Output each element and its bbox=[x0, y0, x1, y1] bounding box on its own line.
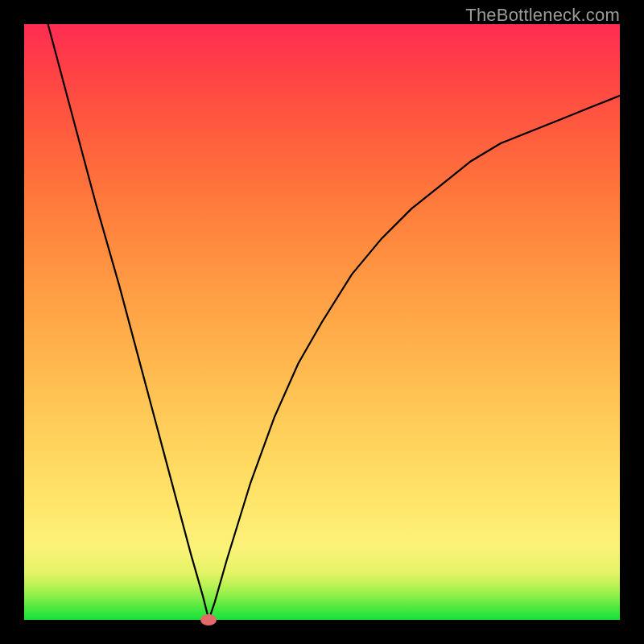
watermark-text: TheBottleneck.com bbox=[465, 5, 620, 26]
bottleneck-curve bbox=[24, 24, 620, 620]
optimal-point-marker bbox=[200, 614, 217, 625]
